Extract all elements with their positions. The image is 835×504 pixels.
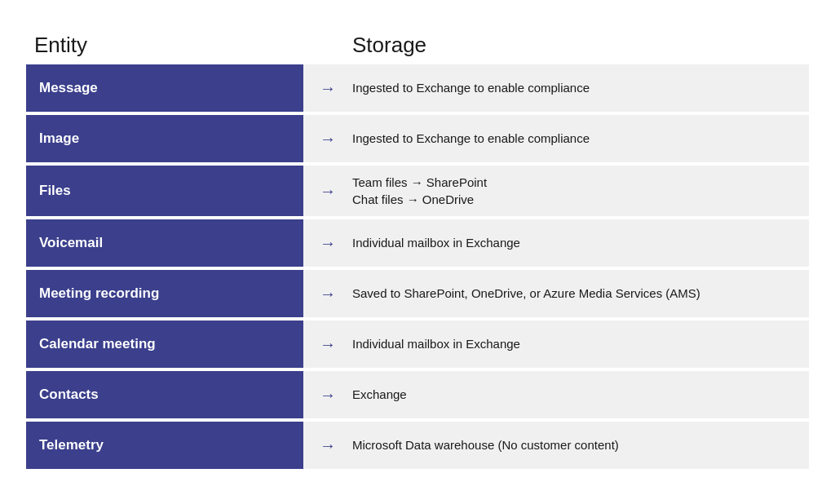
main-table: Entity Storage Message→Ingested to Excha… <box>26 33 809 472</box>
entity-cell-calendar-meeting: Calendar meeting <box>26 321 303 368</box>
table-row: Files→Team files → SharePointChat files … <box>26 166 809 216</box>
arrow-icon: → <box>303 285 352 302</box>
arrow-icon: → <box>303 80 352 96</box>
storage-cell-message: →Ingested to Exchange to enable complian… <box>303 64 809 112</box>
entity-cell-files: Files <box>26 166 303 216</box>
storage-cell-image: →Ingested to Exchange to enable complian… <box>303 115 809 162</box>
storage-cell-contacts: →Exchange <box>303 371 809 418</box>
entity-cell-contacts: Contacts <box>26 371 303 418</box>
entity-cell-message: Message <box>26 64 303 112</box>
storage-text-telemetry: Microsoft Data warehouse (No customer co… <box>352 436 619 453</box>
storage-text-files: Team files → SharePointChat files → OneD… <box>352 174 487 208</box>
storage-text-message: Ingested to Exchange to enable complianc… <box>352 79 590 96</box>
entity-header: Entity <box>26 33 303 58</box>
storage-cell-voicemail: →Individual mailbox in Exchange <box>303 219 809 267</box>
table-header: Entity Storage <box>26 33 809 58</box>
entity-cell-image: Image <box>26 115 303 162</box>
entity-cell-meeting-recording: Meeting recording <box>26 270 303 317</box>
storage-text-image: Ingested to Exchange to enable complianc… <box>352 130 590 147</box>
arrow-icon: → <box>303 336 352 352</box>
storage-header: Storage <box>303 33 809 58</box>
storage-cell-calendar-meeting: →Individual mailbox in Exchange <box>303 321 809 368</box>
table-row: Message→Ingested to Exchange to enable c… <box>26 64 809 112</box>
table-row: Telemetry→Microsoft Data warehouse (No c… <box>26 422 809 469</box>
table-row: Voicemail→Individual mailbox in Exchange <box>26 219 809 267</box>
storage-text-meeting-recording: Saved to SharePoint, OneDrive, or Azure … <box>352 285 700 302</box>
storage-cell-files: →Team files → SharePointChat files → One… <box>303 166 809 216</box>
table-row: Image→Ingested to Exchange to enable com… <box>26 115 809 162</box>
storage-text-voicemail: Individual mailbox in Exchange <box>352 234 520 251</box>
entity-cell-telemetry: Telemetry <box>26 422 303 469</box>
arrow-icon: → <box>303 130 352 147</box>
entity-cell-voicemail: Voicemail <box>26 219 303 267</box>
storage-text-calendar-meeting: Individual mailbox in Exchange <box>352 335 520 352</box>
table-body: Message→Ingested to Exchange to enable c… <box>26 64 809 469</box>
arrow-icon: → <box>303 183 352 199</box>
arrow-icon: → <box>303 437 352 453</box>
storage-text-contacts: Exchange <box>352 386 407 403</box>
table-row: Meeting recording→Saved to SharePoint, O… <box>26 270 809 317</box>
arrow-icon: → <box>303 235 352 251</box>
storage-cell-meeting-recording: →Saved to SharePoint, OneDrive, or Azure… <box>303 270 809 317</box>
arrow-icon: → <box>303 387 352 403</box>
table-row: Calendar meeting→Individual mailbox in E… <box>26 321 809 368</box>
storage-cell-telemetry: →Microsoft Data warehouse (No customer c… <box>303 422 809 469</box>
table-row: Contacts→Exchange <box>26 371 809 418</box>
